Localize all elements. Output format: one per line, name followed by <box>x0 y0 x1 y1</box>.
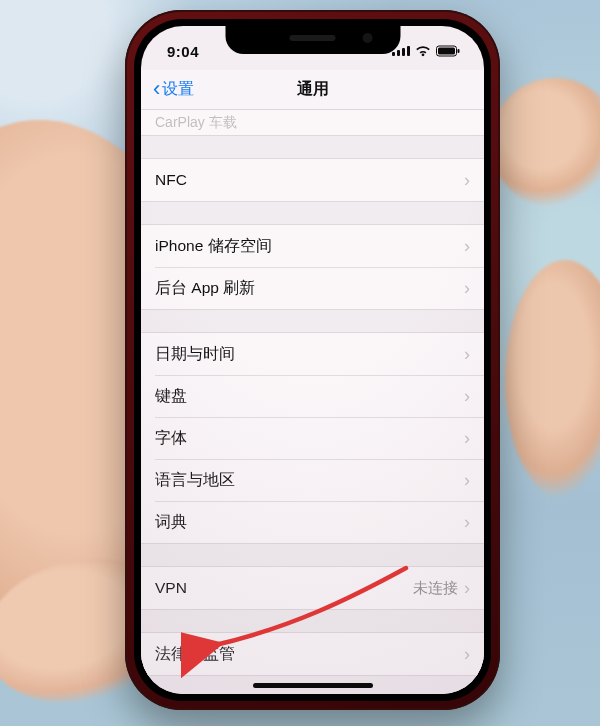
home-indicator[interactable] <box>253 683 373 688</box>
front-camera <box>362 33 372 43</box>
status-time: 9:04 <box>167 43 199 60</box>
row-label: 词典 <box>155 512 464 533</box>
chevron-right-icon: › <box>464 236 470 257</box>
row-label: iPhone 储存空间 <box>155 236 464 257</box>
row-detail: 未连接 <box>413 579 458 598</box>
row-label: VPN <box>155 579 413 597</box>
chevron-right-icon: › <box>464 428 470 449</box>
row-label: 语言与地区 <box>155 470 464 491</box>
wifi-icon <box>415 45 431 57</box>
chevron-right-icon: › <box>464 470 470 491</box>
row-fonts[interactable]: 字体 › <box>141 417 484 459</box>
row-keyboard[interactable]: 键盘 › <box>141 375 484 417</box>
earpiece <box>290 35 336 41</box>
chevron-right-icon: › <box>464 512 470 533</box>
settings-group: VPN 未连接 › <box>141 566 484 610</box>
phone-screen: 9:04 ‹ 设置 <box>141 26 484 694</box>
row-date-time[interactable]: 日期与时间 › <box>141 333 484 375</box>
row-label: 字体 <box>155 428 464 449</box>
list-item-truncated[interactable]: CarPlay 车载 <box>141 110 484 136</box>
settings-group: iPhone 储存空间 › 后台 App 刷新 › <box>141 224 484 310</box>
svg-rect-2 <box>458 49 460 53</box>
chevron-right-icon: › <box>464 278 470 299</box>
chevron-right-icon: › <box>464 170 470 191</box>
chevron-right-icon: › <box>464 644 470 665</box>
hand-finger <box>490 78 600 208</box>
settings-group: 法律与监管 › <box>141 632 484 676</box>
back-button[interactable]: ‹ 设置 <box>147 70 200 109</box>
chevron-right-icon: › <box>464 386 470 407</box>
back-button-label: 设置 <box>162 79 194 100</box>
row-label: 日期与时间 <box>155 344 464 365</box>
chevron-left-icon: ‹ <box>153 78 160 100</box>
row-label: NFC <box>155 171 464 189</box>
chevron-right-icon: › <box>464 578 470 599</box>
row-nfc[interactable]: NFC › <box>141 159 484 201</box>
phone-body: 9:04 ‹ 设置 <box>125 10 500 710</box>
row-dictionary[interactable]: 词典 › <box>141 501 484 543</box>
row-legal-regulatory[interactable]: 法律与监管 › <box>141 633 484 675</box>
scene-photo: 9:04 ‹ 设置 <box>0 0 600 726</box>
chevron-right-icon: › <box>464 344 470 365</box>
row-iphone-storage[interactable]: iPhone 储存空间 › <box>141 225 484 267</box>
navigation-bar: ‹ 设置 通用 <box>141 70 484 110</box>
hand-finger <box>505 260 600 500</box>
list-item-label: CarPlay 车载 <box>155 114 237 132</box>
svg-rect-1 <box>438 48 455 55</box>
row-label: 键盘 <box>155 386 464 407</box>
page-title: 通用 <box>297 79 329 100</box>
settings-group: 日期与时间 › 键盘 › 字体 › 语言与地区 › <box>141 332 484 544</box>
row-label: 法律与监管 <box>155 644 464 665</box>
settings-group: NFC › <box>141 158 484 202</box>
battery-icon <box>436 45 460 57</box>
display-notch <box>225 26 400 54</box>
status-right-cluster <box>392 45 460 57</box>
row-vpn[interactable]: VPN 未连接 › <box>141 567 484 609</box>
row-label: 后台 App 刷新 <box>155 278 464 299</box>
row-language-region[interactable]: 语言与地区 › <box>141 459 484 501</box>
settings-list[interactable]: CarPlay 车载 NFC › iPhone 储存空间 › <box>141 110 484 694</box>
row-background-app-refresh[interactable]: 后台 App 刷新 › <box>141 267 484 309</box>
